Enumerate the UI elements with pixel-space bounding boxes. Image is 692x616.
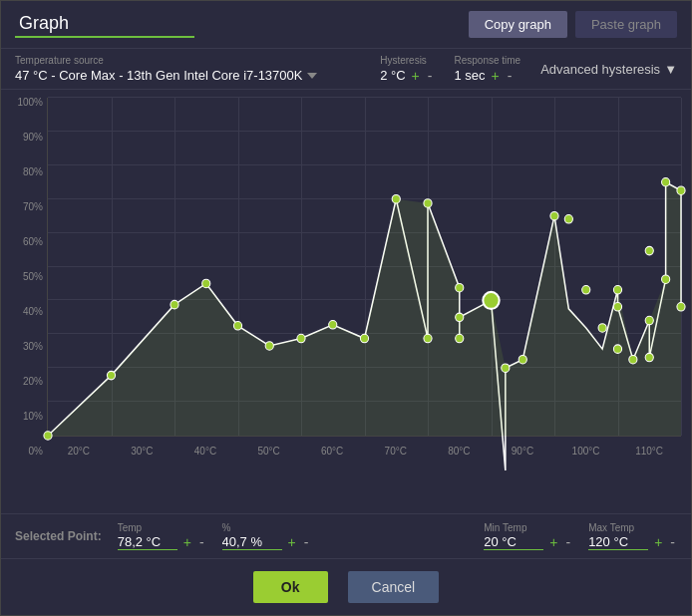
temp-group: Temp + - [118, 522, 206, 550]
chart-point[interactable] [613, 345, 621, 353]
y-label-60: 60% [11, 237, 47, 247]
chart-svg[interactable] [48, 98, 681, 436]
chart-point[interactable] [233, 322, 241, 330]
y-label-20: 20% [11, 377, 47, 387]
selected-point-row: Selected Point: Temp + - % + - Min Temp … [1, 513, 691, 558]
response-time-value-row: 1 sec + - [454, 68, 520, 83]
hysteresis-plus-button[interactable]: + [410, 69, 422, 83]
min-temp-group-row: + - [484, 534, 572, 550]
percent-plus-button[interactable]: + [286, 535, 298, 549]
chart-point[interactable] [329, 321, 337, 329]
y-label-40: 40% [11, 307, 47, 317]
chart-point-selected[interactable] [483, 292, 499, 309]
chart-point[interactable] [550, 211, 558, 219]
response-time-minus-button[interactable]: - [506, 69, 515, 83]
max-temp-group-row: + - [588, 534, 677, 550]
min-temp-minus-button[interactable]: - [563, 535, 572, 549]
temp-source-select[interactable]: 47 °C - Core Max - 13th Gen Intel Core i… [15, 68, 319, 83]
chart-point[interactable] [297, 334, 305, 342]
x-label-30: 30°C [111, 446, 174, 457]
chart-point[interactable] [645, 353, 653, 361]
temp-value-input[interactable] [118, 534, 177, 550]
chart-point[interactable] [456, 334, 464, 342]
x-label-80: 80°C [428, 446, 492, 457]
response-time-label: Response time [454, 55, 520, 66]
max-temp-label: Max Temp [588, 522, 677, 533]
chart-point[interactable] [645, 316, 653, 324]
chart-point[interactable] [456, 313, 464, 321]
chart-point[interactable] [629, 355, 637, 363]
chart-point[interactable] [677, 303, 685, 311]
chart-point[interactable] [107, 371, 115, 379]
percent-group-label: % [222, 522, 311, 533]
chart-point[interactable] [424, 199, 432, 207]
temp-group-row: + - [118, 534, 206, 550]
dialog-header: Copy graph Paste graph [1, 1, 691, 49]
header-buttons: Copy graph Paste graph [469, 11, 677, 38]
max-temp-plus-button[interactable]: + [652, 535, 664, 549]
hysteresis-value: 2 °C [380, 68, 405, 83]
graph-title-input[interactable] [15, 11, 194, 38]
min-temp-group: Min Temp + - [484, 522, 572, 550]
chart-point[interactable] [613, 286, 621, 294]
x-label-90: 90°C [491, 446, 554, 457]
chart-point[interactable] [662, 275, 670, 283]
selected-point-label: Selected Point: [15, 529, 102, 543]
temp-group-label: Temp [118, 522, 206, 533]
x-label-50: 50°C [237, 446, 301, 457]
max-temp-group: Max Temp + - [588, 522, 677, 550]
paste-graph-button[interactable]: Paste graph [575, 11, 677, 38]
percent-value-input[interactable] [222, 534, 282, 550]
percent-minus-button[interactable]: - [302, 535, 311, 549]
max-temp-input[interactable] [588, 534, 648, 550]
y-label-70: 70% [11, 202, 47, 212]
response-time-plus-button[interactable]: + [490, 69, 502, 83]
y-label-80: 80% [11, 167, 47, 177]
advanced-hysteresis-toggle[interactable]: Advanced hysteresis ▼ [540, 62, 677, 77]
chart-point[interactable] [582, 286, 590, 294]
x-label-100: 100°C [554, 446, 618, 457]
chart-point[interactable] [564, 215, 572, 223]
chart-point[interactable] [360, 334, 368, 342]
ok-button[interactable]: Ok [253, 571, 328, 603]
chart-inner[interactable] [47, 98, 681, 437]
hysteresis-value-row: 2 °C + - [380, 68, 434, 83]
hysteresis-minus-button[interactable]: - [426, 69, 435, 83]
advanced-hysteresis-chevron-icon: ▼ [664, 62, 677, 77]
y-label-50: 50% [11, 272, 47, 282]
chart-point[interactable] [424, 334, 432, 342]
temp-plus-button[interactable]: + [181, 535, 193, 549]
chart-container[interactable]: 0% 10% 20% 30% 40% 50% 60% 70% 80% 90% 1… [11, 98, 681, 457]
max-temp-minus-button[interactable]: - [668, 535, 677, 549]
percent-group: % + - [222, 522, 311, 550]
copy-graph-button[interactable]: Copy graph [469, 11, 567, 38]
cancel-button[interactable]: Cancel [348, 571, 440, 603]
min-temp-input[interactable] [484, 534, 543, 550]
hysteresis-group: Hysteresis 2 °C + - [380, 55, 434, 83]
chart-point[interactable] [456, 283, 464, 291]
chart-area: 0% 10% 20% 30% 40% 50% 60% 70% 80% 90% 1… [1, 90, 691, 513]
temp-minus-button[interactable]: - [197, 535, 206, 549]
x-label-60: 60°C [300, 446, 364, 457]
chart-point[interactable] [392, 194, 400, 202]
y-axis-labels: 0% 10% 20% 30% 40% 50% 60% 70% 80% 90% 1… [11, 98, 47, 457]
chart-point[interactable] [519, 355, 526, 363]
chart-point[interactable] [613, 303, 621, 311]
chart-point[interactable] [677, 186, 685, 194]
response-time-value: 1 sec [454, 68, 485, 83]
x-label-20: 20°C [47, 446, 111, 457]
chart-point[interactable] [502, 364, 510, 372]
y-label-100: 100% [11, 98, 47, 108]
y-label-90: 90% [11, 133, 47, 143]
percent-group-row: + - [222, 534, 311, 550]
chart-point[interactable] [202, 279, 210, 287]
y-label-30: 30% [11, 342, 47, 352]
chart-point[interactable] [171, 300, 178, 308]
min-temp-plus-button[interactable]: + [547, 535, 559, 549]
chart-point[interactable] [598, 324, 606, 332]
x-label-40: 40°C [173, 446, 237, 457]
y-label-10: 10% [11, 412, 47, 422]
chart-point[interactable] [645, 246, 653, 254]
chart-point[interactable] [662, 178, 670, 186]
chart-point[interactable] [265, 342, 273, 350]
